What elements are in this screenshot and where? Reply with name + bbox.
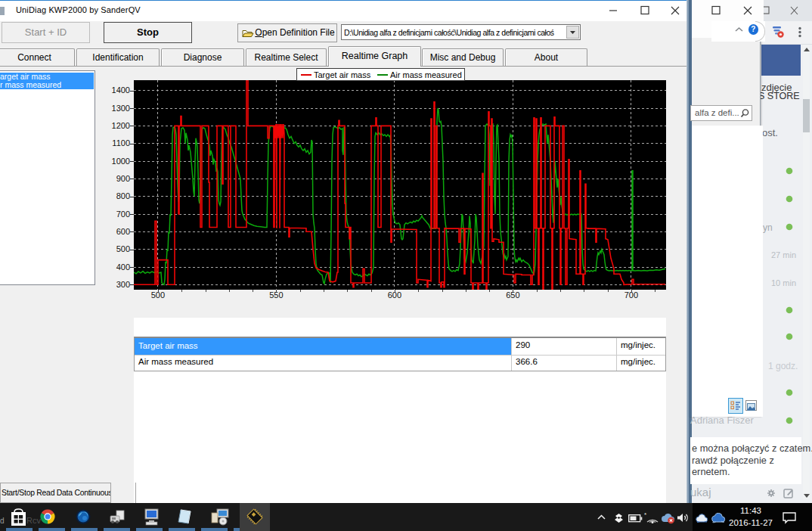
- svg-text:*: *: [644, 512, 646, 518]
